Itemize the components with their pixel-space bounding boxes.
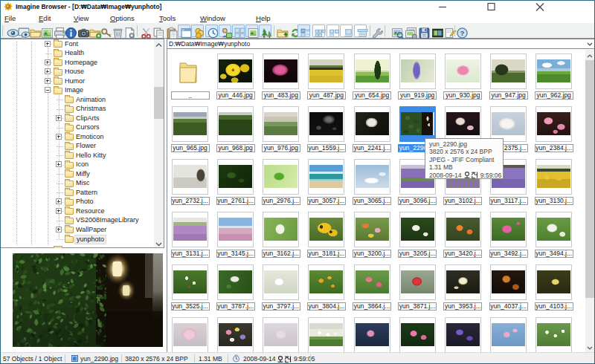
svg-text:?: ? <box>460 29 465 37</box>
